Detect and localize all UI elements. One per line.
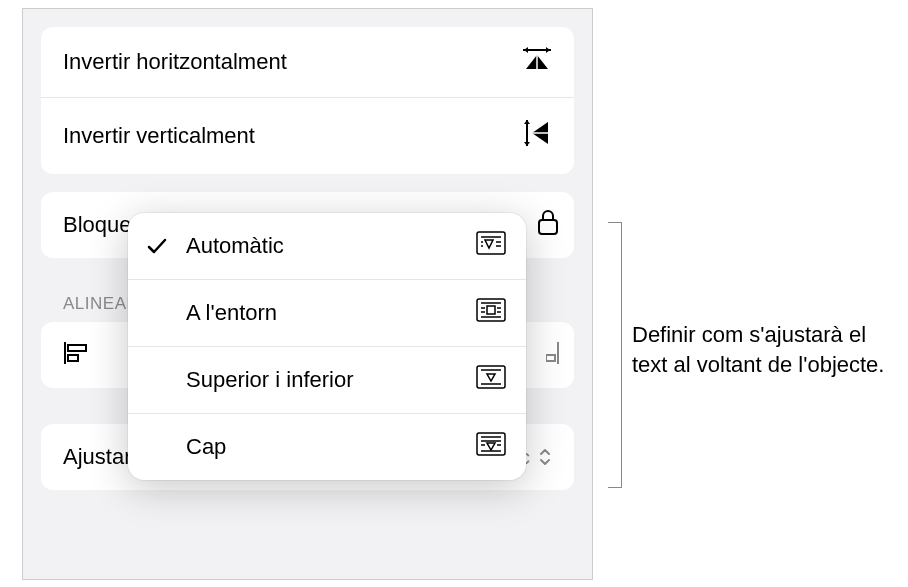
svg-marker-38 (487, 374, 495, 381)
check-icon (146, 235, 186, 257)
svg-rect-12 (68, 345, 86, 351)
flip-vertical-row[interactable]: Invertir verticalment (41, 97, 574, 174)
menu-item-label: Cap (186, 434, 476, 460)
svg-rect-13 (68, 355, 78, 361)
wrap-around-icon (476, 298, 506, 328)
svg-marker-1 (524, 47, 528, 53)
menu-item-above-below[interactable]: Superior i inferior (128, 346, 526, 413)
callout-text: Definir com s'ajustarà el text al voltan… (632, 320, 892, 379)
up-down-chevron-icon (538, 448, 552, 466)
wrap-above-below-icon (476, 365, 506, 395)
callout-bracket (608, 222, 622, 488)
svg-marker-7 (524, 142, 530, 146)
menu-item-around[interactable]: A l'entorn (128, 279, 526, 346)
svg-marker-6 (524, 120, 530, 124)
flip-horizontal-icon (522, 47, 552, 77)
align-right-partial-icon (546, 340, 560, 370)
lock-label: Bloque (63, 212, 132, 238)
svg-rect-15 (546, 355, 555, 361)
wrap-auto-icon (476, 231, 506, 261)
menu-item-none[interactable]: Cap (128, 413, 526, 480)
lock-icon (536, 208, 560, 242)
flip-section: Invertir horitzontalment Invertir vertic… (41, 27, 574, 174)
wrap-text-menu: Automàtic A l'entorn (128, 213, 526, 480)
svg-marker-43 (487, 443, 495, 450)
menu-item-automatic[interactable]: Automàtic (128, 213, 526, 279)
svg-rect-30 (487, 306, 495, 314)
menu-item-label: A l'entorn (186, 300, 476, 326)
svg-marker-23 (485, 240, 493, 248)
svg-rect-10 (539, 220, 557, 234)
flip-vertical-label: Invertir verticalment (63, 123, 255, 149)
flip-vertical-icon (524, 118, 552, 154)
align-left-icon (63, 340, 91, 370)
menu-item-label: Superior i inferior (186, 367, 476, 393)
flip-horizontal-row[interactable]: Invertir horitzontalment (41, 27, 574, 97)
menu-item-label: Automàtic (186, 233, 476, 259)
svg-marker-2 (546, 47, 550, 53)
wrap-none-icon (476, 432, 506, 462)
flip-horizontal-label: Invertir horitzontalment (63, 49, 287, 75)
